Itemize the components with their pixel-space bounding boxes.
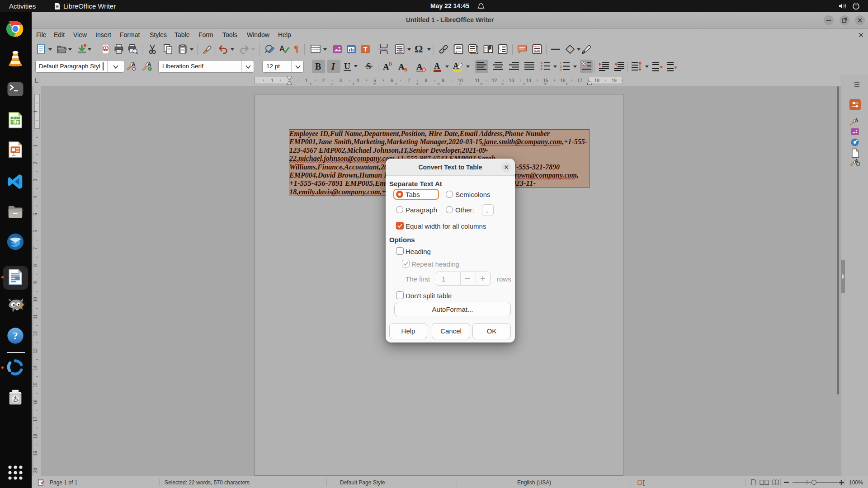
- svg-text:4: 4: [356, 78, 359, 83]
- svg-text:T: T: [363, 46, 368, 53]
- svg-text:6: 6: [391, 78, 393, 83]
- svg-text:A: A: [147, 61, 151, 68]
- svg-text:16: 16: [560, 78, 566, 83]
- svg-text:3: 3: [560, 68, 562, 72]
- svg-text:U: U: [344, 61, 350, 71]
- svg-text:18: 18: [594, 78, 600, 83]
- svg-text:1: 1: [271, 78, 274, 83]
- svg-text:8: 8: [425, 78, 428, 83]
- svg-text:1: 1: [455, 50, 458, 54]
- svg-text:1: 1: [305, 78, 308, 83]
- svg-text:2: 2: [322, 78, 325, 83]
- svg-text:12: 12: [492, 78, 497, 83]
- svg-text:10: 10: [458, 78, 463, 83]
- svg-text:A: A: [398, 62, 405, 71]
- svg-text:¶: ¶: [294, 44, 299, 54]
- svg-text:15: 15: [543, 78, 548, 83]
- svg-text:A: A: [132, 61, 136, 68]
- svg-text:7: 7: [408, 78, 410, 83]
- svg-text:A: A: [416, 62, 423, 71]
- svg-text:3: 3: [340, 78, 342, 83]
- svg-text:Ω: Ω: [415, 43, 423, 55]
- svg-text:19: 19: [612, 78, 617, 83]
- svg-text:B: B: [389, 61, 392, 66]
- svg-text:B: B: [315, 61, 321, 71]
- svg-text:17: 17: [577, 78, 583, 83]
- svg-text:11: 11: [475, 78, 480, 83]
- svg-text:9: 9: [442, 78, 444, 83]
- svg-text:A: A: [855, 118, 858, 123]
- svg-text:A: A: [383, 62, 389, 71]
- svg-text:5: 5: [373, 78, 376, 83]
- svg-text:B: B: [404, 67, 408, 72]
- svg-text:I: I: [331, 61, 335, 71]
- svg-text:A: A: [434, 61, 440, 70]
- svg-text:?: ?: [13, 330, 18, 342]
- svg-text:14: 14: [526, 78, 532, 83]
- svg-text:13: 13: [509, 78, 514, 83]
